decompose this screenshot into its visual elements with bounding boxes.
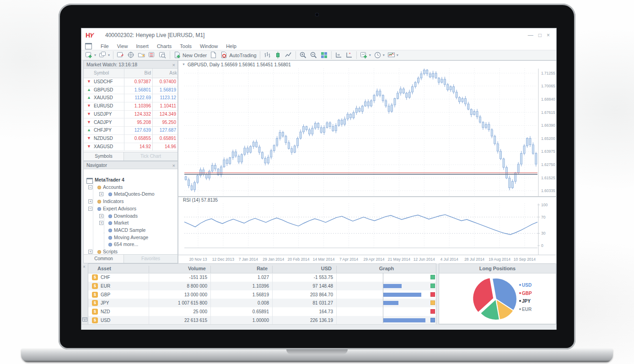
positions-side-strip: × [81,263,88,324]
arrow-down-icon: ▼ [87,79,91,84]
chart-shift-button[interactable]: * [344,51,355,59]
autotrading-icon [220,51,228,59]
volume-value: 8 800 000 [149,284,207,289]
line-chart-button[interactable] [283,51,294,59]
symbol-label: XAUUSD [94,95,113,100]
close-button[interactable]: × [547,32,550,39]
close-icon[interactable]: × [83,264,86,269]
legend-label: USD [522,283,532,288]
candlestick-button[interactable] [273,51,283,59]
zoom-in-button[interactable] [298,51,308,59]
autotrading-button[interactable]: AutoTrading [219,51,258,59]
expand-icon[interactable]: + [99,192,103,196]
tree-item-label: Expert Advisors [103,206,136,211]
navigator-item-metaquotes-demo[interactable]: +MetaQuotes-Demo [84,191,177,198]
expand-icon[interactable]: + [99,221,103,225]
navigator-button[interactable]: ★ [136,51,147,59]
expand-icon[interactable]: + [99,214,103,218]
grid-view-icon[interactable] [82,317,87,322]
chevron-down-icon[interactable]: ▾ [108,53,110,57]
child-window-icon[interactable] [85,43,92,49]
data-window-button[interactable] [126,51,136,59]
position-row[interactable]: $GBP13 000 0001.56819203 864.70 [88,290,436,299]
strategy-tester-button[interactable] [157,51,168,59]
menu-item-file[interactable]: File [97,43,113,49]
metaeditor-button[interactable] [208,51,219,59]
navigator-item-accounts[interactable]: −Accounts [84,184,177,191]
market-watch-row[interactable]: ▼CADJPY95.20895.250 [84,118,177,127]
market-watch-row[interactable]: ▲GBPUSD1.568011.56819 [84,86,177,95]
rsi-label: RSI (14) 57.8135 [183,198,218,203]
chevron-down-icon[interactable]: ▾ [383,53,385,57]
close-icon[interactable]: × [172,162,175,170]
maximize-button[interactable]: □ [538,32,542,39]
new-order-button[interactable]: New Order [172,51,208,59]
navigator-item-macd-sample[interactable]: MACD Sample [84,227,177,234]
market-watch-row[interactable]: ▼EURUSD1.103961.10411 [84,102,177,111]
expand-icon[interactable]: + [88,199,92,203]
close-icon[interactable]: × [172,61,175,69]
menu-item-charts[interactable]: Charts [153,43,176,49]
market-watch-row[interactable]: ▲XAUUSD1122.691123.12 [84,94,177,102]
tab-symbols[interactable]: Symbols [84,152,124,161]
long-positions-header: Long Positions [439,264,556,273]
navigator-item-654-more-[interactable]: 654 more... [84,241,177,248]
auto-scroll-button[interactable] [333,51,344,59]
chevron-down-icon[interactable]: ▾ [397,53,398,57]
currency-icon: $ [92,309,98,315]
bar-chart-button[interactable] [262,51,273,59]
navigator-item-indicators[interactable]: +Indicators [84,198,177,205]
webcam-icon [315,13,319,16]
tab-favorites[interactable]: Favorites [124,255,177,263]
strategy-tester-icon [159,51,167,59]
navigator-item-moving-average[interactable]: Moving Average [84,235,177,241]
new-chart-button[interactable]: ▾ [84,51,97,59]
chevron-down-icon[interactable]: ▾ [369,53,371,57]
navigator-item-market[interactable]: +Market [84,220,177,226]
market-watch-row[interactable]: ▼XAGUSD14.9214.96 [84,143,177,151]
menu-item-help[interactable]: Help [222,43,241,49]
rsi-chart[interactable]: 10070300 [178,203,557,255]
profiles-button[interactable]: ▾ [97,51,111,59]
menu-item-insert[interactable]: Insert [132,43,153,49]
position-row[interactable]: $EUR8 800 0001.1039697 148.48 [88,282,436,290]
collapse-icon[interactable]: − [88,207,92,211]
position-row[interactable]: $JPY1 007 615 8000.00881 031.27 [88,299,436,307]
tile-windows-button[interactable] [319,51,329,59]
market-watch-button[interactable] [115,51,126,59]
market-watch-row[interactable]: ▼USDCHF0.973870.97400 [84,78,177,86]
chart-collapse-icon[interactable]: ▼ [182,63,185,66]
position-row[interactable]: $CHF-151 3151.027-1 553.75 [88,273,436,282]
svg-text:1.68840: 1.68840 [541,97,555,102]
position-row[interactable]: $NZD25 0000.65891164.73 [88,307,436,316]
bid-value: 127.639 [126,128,151,133]
navigator-item-downloads[interactable]: +Downloads [84,213,177,219]
market-watch-row[interactable]: ▼NZDUSD0.658550.65891 [84,134,177,143]
collapse-icon[interactable]: − [88,185,92,189]
menu-item-window[interactable]: Window [196,43,222,49]
position-row[interactable]: $USD22 613 6151.00000226 136.19 [88,316,436,325]
market-watch-panel: Market Watch: 13:16:18 × Symbol Bid Ask … [83,60,178,161]
chevron-down-icon[interactable]: ▾ [94,53,96,57]
market-watch-row[interactable]: ▼USDJPY124.332124.349 [84,110,177,119]
terminal-button[interactable] [147,51,157,59]
periods-button[interactable]: ▾ [372,51,386,59]
navigator-item-metatrader-4[interactable]: MetaTrader 4 [84,177,177,183]
tab-common[interactable]: Common [84,255,124,263]
status-strip [81,324,556,330]
arrow-down-icon: ▼ [87,103,91,108]
indicators-button[interactable]: ▾ [359,51,372,59]
templates-button[interactable]: ▾ [386,51,400,59]
asset-label: EUR [101,284,110,289]
tab-tick-chart[interactable]: Tick Chart [124,152,177,161]
menu-item-tools[interactable]: Tools [176,43,196,49]
market-watch-row[interactable]: ▲CHFJPY127.639127.687 [84,126,177,135]
minimize-button[interactable]: — [528,32,533,39]
zoom-in-icon [299,51,307,59]
auto-scroll-icon [335,51,343,59]
price-chart[interactable]: 1.712551.700651.688401.676151.663901.652… [178,69,557,197]
menu-item-view[interactable]: View [113,43,132,49]
navigator-item-expert-advisors[interactable]: −Expert Advisors [84,206,177,212]
expand-icon[interactable]: + [88,250,92,254]
zoom-out-button[interactable] [308,51,319,59]
